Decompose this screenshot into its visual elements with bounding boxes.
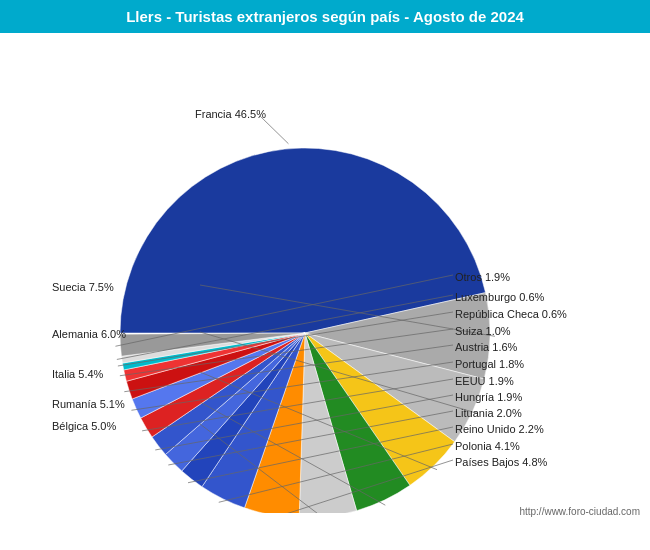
label-hungria: Hungría 1.9%	[455, 391, 522, 403]
label-belgica: Bélgica 5.0%	[52, 420, 116, 432]
label-rumania: Rumanía 5.1%	[52, 398, 125, 410]
svg-line-17	[260, 116, 288, 144]
label-italia: Italia 5.4%	[52, 368, 103, 380]
label-otros: Otros 1.9%	[455, 271, 510, 283]
label-polonia: Polonia 4.1%	[455, 440, 520, 452]
label-francia: Francia 46.5%	[195, 108, 266, 120]
pie-chart	[0, 33, 650, 513]
label-reino-unido: Reino Unido 2.2%	[455, 423, 544, 435]
label-alemania: Alemania 6.0%	[52, 328, 126, 340]
label-suiza: Suiza 1.0%	[455, 325, 511, 337]
label-eeuu: EEUU 1.9%	[455, 375, 514, 387]
chart-title: Llers - Turistas extranjeros según país …	[0, 0, 650, 33]
label-lituania: Lituania 2.0%	[455, 407, 522, 419]
header: Llers - Turistas extranjeros según país …	[0, 0, 650, 33]
label-portugal: Portugal 1.8%	[455, 358, 524, 370]
chart-container: Suecia 7.5% Alemania 6.0% Italia 5.4% Ru…	[0, 33, 650, 523]
label-paises-bajos: Países Bajos 4.8%	[455, 456, 547, 468]
label-republica-checa: República Checa 0.6%	[455, 308, 567, 320]
footer-url: http://www.foro-ciudad.com	[519, 506, 640, 517]
label-luxemburgo: Luxemburgo 0.6%	[455, 291, 544, 303]
label-austria: Austria 1.6%	[455, 341, 517, 353]
label-suecia: Suecia 7.5%	[52, 281, 114, 293]
